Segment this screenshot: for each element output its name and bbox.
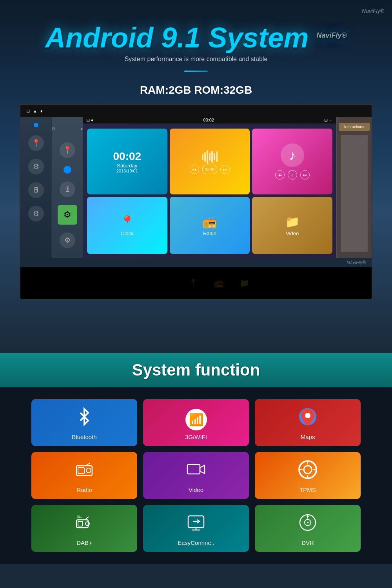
main-screen-area: ⊟ ♦ 00:02 ⊟ ← 00:02 Saturday 2016/10/01 — [83, 117, 336, 258]
bluetooth-icon — [74, 407, 94, 430]
title-text: Android 9.1 System — [45, 22, 309, 53]
right-overlay-panel: Instructions — [336, 117, 372, 258]
device-mockup: ⊟ ▲ ♦ 📍 ⚙ 🎚 ⚙ ⊟ — [20, 104, 372, 299]
video-func-label: Video — [189, 486, 203, 493]
mid-location-icon[interactable]: 📍 — [60, 142, 75, 158]
brand-watermark: NaviFly® — [362, 8, 384, 14]
reflection-area: ⚙ ⚙ 📍 📻 📁 — [20, 267, 372, 299]
ref-icon-5: 📁 — [240, 278, 249, 288]
svg-line-18 — [85, 517, 89, 519]
hero-section: NaviFly® Android 9.1 System NaviFly® Sys… — [0, 0, 392, 353]
func-tile-video[interactable]: Video — [143, 452, 249, 499]
wifi-icon: 📶 — [185, 409, 207, 430]
ref-icon-1: ⚙ — [143, 278, 150, 288]
mid-left-panel: ⊟ ♦ 📍 🎚 ⚙ ⚙ — [52, 117, 83, 258]
dab-label: DAB+ — [76, 539, 92, 546]
svg-rect-3 — [78, 468, 84, 474]
dab-icon: DAB — [74, 513, 94, 536]
system-function-section: System function Bluetooth 📶 3G/WIFI — [0, 353, 392, 564]
subtitle-text: System performance is more compatible an… — [8, 56, 384, 63]
func-tile-wifi[interactable]: 📶 3G/WIFI — [143, 399, 249, 446]
radio-label: Radio — [203, 230, 216, 236]
app-grid: 00:02 Saturday 2016/10/01 — [87, 129, 332, 254]
maps-label: Maps — [301, 434, 315, 440]
navi-pin-icon: 📍 — [120, 215, 134, 229]
status-left-icons: ⊟ ▲ ♦ — [26, 109, 43, 114]
svg-text:DAB: DAB — [77, 516, 82, 519]
music-note-icon: ♪ — [289, 147, 296, 163]
music-next-btn[interactable]: ⏭ — [300, 170, 310, 180]
wifi-label: 3G/WIFI — [185, 434, 207, 440]
func-tile-radio[interactable]: Radio — [31, 452, 137, 499]
clock-tile[interactable]: 00:02 Saturday 2016/10/01 — [87, 129, 167, 194]
radio-btn-tile[interactable]: 📻 Radio — [170, 197, 250, 254]
prev-btn[interactable]: ⏮ — [190, 165, 199, 174]
video-tile[interactable]: 📁 Video — [252, 197, 332, 254]
instructions-area — [341, 135, 368, 252]
clock-time: 00:02 — [113, 150, 142, 163]
mid-status-icon: ⊟ — [52, 127, 55, 131]
maps-icon — [298, 407, 318, 430]
svg-line-5 — [86, 463, 90, 465]
func-tile-tpms[interactable]: TPMS — [255, 452, 361, 499]
clock-day: Saturday — [117, 163, 137, 169]
radio-func-label: Radio — [76, 486, 92, 493]
clock-date: 2016/10/01 — [116, 169, 138, 173]
bluetooth-label: Bluetooth — [72, 434, 96, 440]
music-controls: ⏮ ⏸ ⏭ — [275, 170, 310, 180]
video-label: Video — [286, 230, 299, 236]
func-tile-dvr[interactable]: DVR — [255, 505, 361, 552]
next-btn[interactable]: ⏭ — [220, 165, 230, 174]
mid-usb-icon: ♦ — [81, 127, 83, 131]
gear-icon[interactable]: ⚙ — [28, 206, 44, 221]
tpms-label: TPMS — [299, 486, 316, 493]
function-grid: Bluetooth 📶 3G/WIFI Maps — [0, 387, 392, 564]
navi-tile[interactable]: 📍 Clock — [87, 197, 167, 254]
mid-gear-icon[interactable]: ⚙ — [60, 232, 75, 248]
func-tile-maps[interactable]: Maps — [255, 399, 361, 446]
main-nav-icons: ⊟ ← — [324, 118, 333, 123]
svg-point-27 — [307, 522, 309, 523]
easyconnect-icon — [186, 513, 206, 536]
location-icon[interactable]: 📍 — [28, 135, 44, 151]
home-icon: ⊟ — [26, 109, 30, 114]
func-tile-bluetooth[interactable]: Bluetooth — [31, 399, 137, 446]
radio-icon: 📻 — [202, 215, 217, 229]
left-panel: 📍 ⚙ 🎚 ⚙ — [20, 117, 52, 258]
band-btn[interactable]: BAND — [202, 165, 217, 174]
tpms-icon — [298, 460, 318, 483]
triangle-icon: ▲ — [33, 109, 37, 114]
radio-tile[interactable]: ⏮ BAND ⏭ — [170, 129, 250, 194]
instructions-label: Instructions — [339, 123, 370, 131]
radio-controls: ⏮ BAND ⏭ — [190, 165, 229, 174]
navi-label: Clock — [121, 230, 134, 236]
green-settings-button[interactable]: ⚙ — [58, 205, 77, 225]
music-play-btn[interactable]: ⏸ — [288, 170, 297, 180]
svg-point-17 — [85, 522, 89, 526]
svg-marker-8 — [200, 465, 205, 474]
section-header: System function — [0, 353, 392, 387]
func-tile-dab[interactable]: DAB DAB+ — [31, 505, 137, 552]
easyconnect-label: EasyConnne.. — [178, 539, 214, 546]
svg-point-10 — [304, 466, 312, 474]
music-prev-btn[interactable]: ⏮ — [275, 170, 285, 180]
mid-sliders-icon[interactable]: 🎚 — [60, 181, 75, 197]
screen-container: ⊟ ▲ ♦ 📍 ⚙ 🎚 ⚙ ⊟ — [20, 104, 372, 299]
main-clock-display: 00:02 — [203, 118, 214, 123]
ref-icon-3: 📍 — [189, 278, 198, 288]
usb-icon: ♦ — [40, 109, 43, 114]
sliders-icon[interactable]: 🎚 — [28, 182, 44, 198]
radio-func-icon — [74, 460, 94, 483]
func-tile-easyconnect[interactable]: EasyConnne.. — [143, 505, 249, 552]
divider — [184, 71, 208, 72]
music-tile[interactable]: ♪ ⏮ ⏸ ⏭ — [252, 129, 332, 194]
section-title: System function — [8, 361, 384, 379]
svg-rect-16 — [78, 521, 83, 526]
settings-icon[interactable]: ⚙ — [28, 159, 44, 174]
svg-point-1 — [305, 413, 310, 418]
main-status-icon: ⊟ ♦ — [86, 118, 93, 123]
svg-point-4 — [86, 468, 91, 473]
video-icon: 📁 — [285, 215, 299, 229]
main-title: Android 9.1 System NaviFly® — [8, 24, 384, 52]
svg-line-6 — [81, 467, 84, 468]
